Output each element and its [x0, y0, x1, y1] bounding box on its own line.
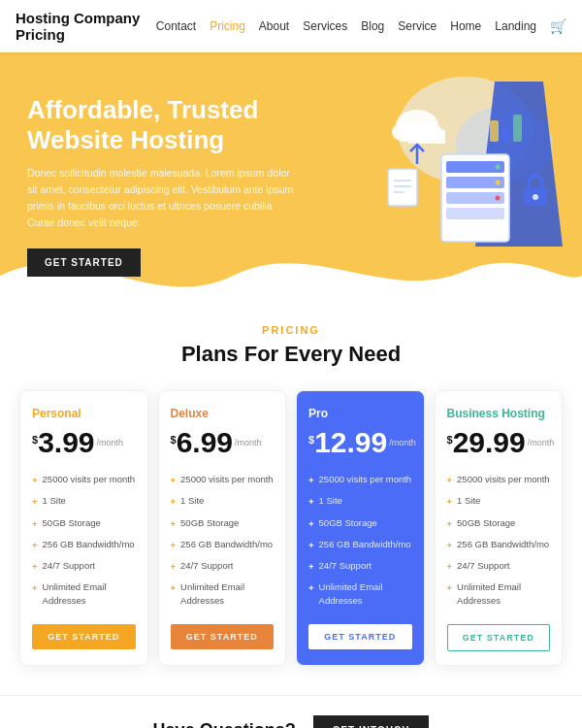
feature-item: 1 Site — [447, 490, 551, 512]
hero-illustration — [340, 72, 572, 285]
feature-item: 24/7 Support — [32, 555, 136, 577]
feature-item: 1 Site — [171, 490, 275, 512]
feature-item: 256 GB Bandwidth/mo — [308, 534, 412, 555]
plan-business: Business Hosting $ 29.99 /month 25000 vi… — [435, 390, 564, 666]
feature-item: 24/7 Support — [447, 555, 551, 577]
nav-pricing[interactable]: Pricing — [210, 19, 245, 33]
plan-name-deluxe: Deluxe — [171, 407, 275, 420]
feature-item: 25000 visits per month — [171, 469, 275, 490]
pricing-section: PRICING Plans For Every Need Personal $ … — [0, 314, 582, 695]
hero-content: Affordable, Trusted Website Hosting Done… — [27, 95, 299, 277]
pricing-cards: Personal $ 3.99 /month 25000 visits per … — [19, 390, 563, 666]
questions-bar: Have Questions? GET INTOUCH — [0, 695, 582, 728]
feature-item: Unlimited Email Addresses — [32, 577, 136, 611]
pricing-label: PRICING — [19, 324, 563, 336]
feature-item: 25000 visits per month — [447, 469, 551, 490]
feature-item: 256 GB Bandwidth/mo — [447, 534, 551, 555]
feature-item: 24/7 Support — [308, 555, 412, 577]
feature-item: 50GB Storage — [171, 513, 275, 534]
svg-rect-20 — [490, 120, 499, 142]
svg-rect-21 — [501, 128, 510, 142]
cta-deluxe[interactable]: GET STARTED — [171, 624, 275, 649]
feature-item: 50GB Storage — [32, 513, 136, 534]
features-pro: 25000 visits per month 1 Site 50GB Stora… — [308, 469, 412, 611]
plan-pro: Pro $ 12.99 /month 25000 visits per mont… — [296, 390, 425, 666]
feature-item: Unlimited Email Addresses — [171, 577, 275, 611]
plan-name-personal: Personal — [32, 407, 136, 420]
svg-rect-7 — [446, 208, 504, 219]
feature-item: 25000 visits per month — [308, 469, 412, 490]
hero-cta-button[interactable]: GET STARTED — [27, 248, 141, 277]
nav-blog[interactable]: Blog — [361, 19, 384, 33]
features-business: 25000 visits per month 1 Site 50GB Stora… — [447, 469, 551, 611]
cart-icon[interactable]: 🛒 — [550, 18, 566, 34]
nav-services[interactable]: Services — [303, 19, 347, 33]
feature-item: 50GB Storage — [308, 513, 412, 534]
features-personal: 25000 visits per month 1 Site 50GB Stora… — [32, 469, 136, 611]
site-logo: Hosting Company Pricing — [16, 10, 156, 43]
cta-pro[interactable]: GET STARTED — [308, 624, 412, 649]
svg-rect-16 — [388, 169, 417, 206]
questions-text: Have Questions? — [153, 720, 296, 728]
hero-headline: Affordable, Trusted Website Hosting — [27, 95, 299, 155]
hero-section: Affordable, Trusted Website Hosting Done… — [0, 52, 582, 314]
nav-home[interactable]: Home — [450, 19, 481, 33]
feature-item: 256 GB Bandwidth/mo — [32, 534, 136, 555]
nav-about[interactable]: About — [259, 19, 289, 33]
plan-name-pro: Pro — [308, 407, 412, 420]
feature-item: 24/7 Support — [171, 555, 275, 577]
hero-description: Donec sollicitudin molestie malesuada. L… — [27, 165, 299, 230]
feature-item: Unlimited Email Addresses — [447, 577, 551, 611]
price-deluxe: $ 6.99 /month — [171, 428, 275, 457]
cta-personal[interactable]: GET STARTED — [32, 624, 136, 649]
navbar: Hosting Company Pricing Contact Pricing … — [0, 0, 582, 52]
plan-name-business: Business Hosting — [447, 407, 551, 420]
cta-business[interactable]: GET STARTED — [447, 624, 551, 651]
feature-item: 1 Site — [308, 490, 412, 512]
plan-deluxe: Deluxe $ 6.99 /month 25000 visits per mo… — [158, 390, 287, 666]
svg-point-10 — [496, 196, 501, 201]
svg-point-8 — [496, 165, 501, 170]
pricing-title: Plans For Every Need — [19, 342, 563, 367]
svg-rect-22 — [513, 115, 522, 142]
nav-service[interactable]: Service — [398, 19, 436, 33]
nav-landing[interactable]: Landing — [495, 19, 536, 33]
svg-rect-14 — [408, 130, 445, 144]
features-deluxe: 25000 visits per month 1 Site 50GB Stora… — [171, 469, 275, 611]
feature-item: 1 Site — [32, 490, 136, 512]
feature-item: 50GB Storage — [447, 513, 551, 534]
svg-point-24 — [533, 194, 538, 200]
svg-point-9 — [496, 181, 501, 185]
price-business: $ 29.99 /month — [447, 428, 551, 457]
feature-item: 25000 visits per month — [32, 469, 136, 490]
price-pro: $ 12.99 /month — [308, 428, 412, 457]
price-personal: $ 3.99 /month — [32, 428, 136, 457]
nav-contact[interactable]: Contact — [156, 19, 196, 33]
intouch-button[interactable]: GET INTOUCH — [313, 715, 430, 728]
nav-links: Contact Pricing About Services Blog Serv… — [156, 18, 566, 34]
plan-personal: Personal $ 3.99 /month 25000 visits per … — [19, 390, 148, 666]
feature-item: 256 GB Bandwidth/mo — [171, 534, 275, 555]
feature-item: Unlimited Email Addresses — [308, 577, 412, 611]
